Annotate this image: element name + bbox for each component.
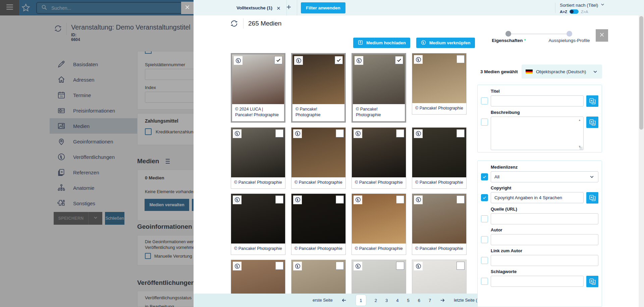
scrollbar-thumb[interactable] [639,16,643,130]
step-dot-eigenschaften[interactable] [505,31,511,37]
title-description-box: TitelAzBeschreibung▲▼Az [477,85,602,152]
scroll-up-arrow[interactable]: ▲ [578,119,581,122]
field-checkbox[interactable] [481,257,488,264]
add-tab-button[interactable] [281,0,297,15]
media-card[interactable]: © Pancake! Photographie [412,193,467,255]
page-number-3[interactable]: 3 [385,298,388,303]
field-label: Schlagworte [491,269,598,274]
link-media-button[interactable]: Medium verknüpfen [416,38,475,48]
svg-text:z: z [593,198,595,201]
step-dot-ausspielungs-profile[interactable] [567,31,572,37]
resize-handle[interactable] [580,147,583,150]
german-flag-icon [526,70,533,74]
svg-text:A: A [590,279,592,282]
media-card[interactable]: © Pancake! Photographie [412,127,467,189]
upload-media-button[interactable]: Medium hochladen [353,38,410,48]
tab-volltextsuche[interactable]: Volltextsuche (1) [231,0,287,15]
media-select-checkbox[interactable] [275,262,283,270]
media-select-checkbox[interactable] [457,195,465,204]
field-checkbox[interactable] [481,97,488,104]
media-select-checkbox[interactable] [336,195,344,204]
media-select-checkbox[interactable] [395,56,403,64]
media-select-checkbox[interactable] [275,129,283,137]
page-number-2[interactable]: 2 [375,298,377,303]
field-checkbox[interactable] [481,194,488,201]
autor-input[interactable] [491,234,598,245]
selected-media-info: 3 Medien gewählt [480,69,518,74]
media-select-checkbox[interactable] [275,195,283,204]
required-mark: * [524,38,526,43]
previous-page-arrow[interactable] [341,297,347,303]
media-card[interactable]: © Pancake! Photographie [352,53,406,123]
quelle-url-input[interactable] [491,213,598,224]
field-checkbox[interactable] [481,278,488,285]
media-select-checkbox[interactable] [457,262,465,270]
translate-button[interactable]: Az [586,117,598,128]
sort-by-dropdown[interactable]: Sortiert nach (Titel) [560,2,605,8]
refresh-icon[interactable] [230,19,238,28]
globe-icon [233,129,241,138]
field-checkbox[interactable] [481,215,488,222]
media-card[interactable]: © 2024 LUCA | Pancake! Photographie [231,53,285,123]
apply-filter-button[interactable]: Filter anwenden [301,2,345,13]
sort-desc-label: Z>A [581,10,588,14]
page-number-1[interactable]: 1 [356,295,366,306]
schlagworte-input[interactable] [491,276,584,287]
media-card[interactable]: © Pancake! Photographie [352,127,406,189]
next-page-arrow[interactable] [439,297,445,303]
globe-icon [233,262,241,270]
globe-icon [414,129,423,138]
chevron-down-icon [589,174,595,180]
media-card[interactable]: © Pancake! Photographie [231,193,285,255]
media-select-checkbox[interactable] [457,55,465,63]
page-number-5[interactable]: 5 [407,298,409,303]
media-card[interactable]: © Pancake! Photographie [412,53,467,115]
svg-text:A: A [590,195,592,199]
media-select-checkbox[interactable] [457,129,465,137]
field-checkbox[interactable] [481,173,488,180]
media-select-checkbox[interactable] [335,56,343,64]
close-icon [599,32,605,39]
field-checkbox[interactable] [481,236,488,243]
field-label: Titel [491,89,598,94]
textarea-scrollbar[interactable]: ▲▼ [578,119,582,148]
page-number-7[interactable]: 7 [429,298,431,303]
medienlizenz-select[interactable]: All [491,171,598,182]
globe-icon [234,56,243,65]
media-card[interactable]: © Pancake! Photographie [291,193,346,255]
upload-label: Medium hochladen [366,40,406,45]
media-grid: © 2024 LUCA | Pancake! Photographie© Pan… [231,53,467,307]
media-select-checkbox[interactable] [336,262,344,270]
translate-button[interactable]: Az [586,95,598,107]
media-card[interactable]: © Pancake! Photographie [291,53,346,123]
field-checkbox[interactable] [481,119,488,126]
media-select-checkbox[interactable] [396,195,404,204]
close-modal-button[interactable] [181,2,194,14]
divider [243,18,244,29]
first-page-link[interactable]: erste Seite [313,298,333,303]
close-panel-button[interactable] [596,29,608,42]
sort-direction-toggle[interactable] [570,9,579,14]
beschreibung-textarea[interactable] [491,117,584,150]
media-card[interactable]: © Pancake! Photographie [291,127,346,189]
field-schlagworte: SchlagworteAz [481,269,598,287]
titel-input[interactable] [491,95,584,106]
close-tab-icon[interactable] [276,6,281,10]
media-select-checkbox[interactable] [396,262,404,270]
media-select-checkbox[interactable] [396,129,404,137]
translate-button[interactable]: Az [586,276,598,287]
page-number-4[interactable]: 4 [396,298,398,303]
media-card[interactable]: © Pancake! Photographie [231,127,285,189]
media-caption: © Pancake! Photographie [231,244,285,255]
media-select-checkbox[interactable] [274,56,282,64]
page-number-6[interactable]: 6 [418,298,420,303]
select-value: All [494,174,499,179]
media-select-checkbox[interactable] [336,129,344,137]
media-caption: © Pancake! Photographie [412,177,466,188]
translate-button[interactable]: Az [586,192,598,204]
scrollbar-track[interactable] [639,15,644,307]
copyright-input[interactable] [491,192,584,203]
object-language-dropdown[interactable]: Objektsprache (Deutsch) [522,64,602,79]
link-zum-autor-input[interactable] [491,255,598,266]
media-card[interactable]: © Pancake! Photographie [352,193,406,255]
